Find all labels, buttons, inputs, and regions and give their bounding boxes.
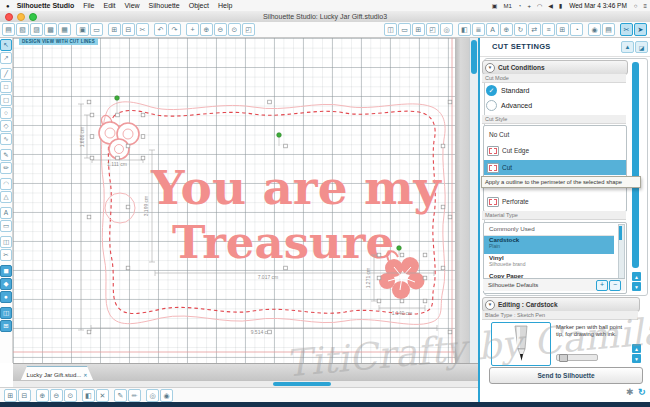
- panel-scrollbar[interactable]: [632, 62, 639, 268]
- freehand-tool-icon[interactable]: ✎: [0, 149, 12, 161]
- collapse-editing-icon[interactable]: ▼: [485, 300, 495, 310]
- line-tool-2-icon[interactable]: ✏: [128, 389, 141, 402]
- grid-toggle-icon[interactable]: ⊞: [0, 320, 12, 332]
- polygon-tool-icon[interactable]: ◇: [0, 120, 12, 132]
- zoom-out-2-icon[interactable]: ⊖: [50, 389, 63, 402]
- design-text-line2[interactable]: Treasure: [172, 216, 394, 269]
- note-tool-icon[interactable]: ▭: [0, 220, 12, 232]
- library-icon[interactable]: ▩: [44, 23, 57, 36]
- close-tab-icon[interactable]: ✕: [83, 372, 87, 378]
- replicate-icon[interactable]: ⊞: [556, 23, 569, 36]
- editing-scroll-up-icon[interactable]: ▲: [632, 344, 641, 353]
- scissors-icon[interactable]: ✂: [136, 23, 149, 36]
- stamp-tool-icon[interactable]: ◆: [0, 278, 12, 290]
- save-icon[interactable]: ▦: [58, 23, 71, 36]
- apple-menu-icon[interactable]: ●: [6, 3, 10, 9]
- rotate-icon[interactable]: ↻: [514, 23, 527, 36]
- offset-2-icon[interactable]: ◎: [146, 389, 159, 402]
- mat-preview-icon[interactable]: ◫: [0, 307, 12, 319]
- transform-icon[interactable]: ⊕: [500, 23, 513, 36]
- notification-center-icon[interactable]: ≡: [643, 3, 647, 9]
- ellipse-tool-icon[interactable]: ○: [0, 107, 12, 119]
- spotlight-icon[interactable]: ○: [634, 3, 638, 9]
- scroll-down-icon[interactable]: ▼: [632, 282, 641, 291]
- sphere-tool-icon[interactable]: ●: [0, 291, 12, 303]
- page-setup-icon[interactable]: ▭: [398, 23, 411, 36]
- zoom-in-icon[interactable]: ⊕: [200, 23, 213, 36]
- collapse-panel-button[interactable]: ▲: [621, 41, 634, 53]
- zoom-select-icon[interactable]: ⊙: [228, 23, 241, 36]
- cut-style-perforate[interactable]: Perforate: [484, 194, 626, 209]
- radio-advanced[interactable]: Advanced: [486, 100, 532, 111]
- line-style-icon[interactable]: ≣: [472, 23, 485, 36]
- print-icon[interactable]: ▣: [76, 23, 89, 36]
- eraser-tool-icon[interactable]: ◫: [0, 236, 12, 248]
- offset-panel-icon[interactable]: ◎: [440, 23, 453, 36]
- pin-panel-button[interactable]: ◪: [635, 41, 648, 53]
- cut-style-cut[interactable]: Cut: [484, 160, 626, 175]
- delete-icon[interactable]: ✕: [96, 389, 109, 402]
- knife-tool-icon[interactable]: ✂: [0, 249, 12, 261]
- redo-icon[interactable]: ↷: [168, 23, 181, 36]
- duplicate-icon[interactable]: ◧: [82, 389, 95, 402]
- editing-scroll-down-icon[interactable]: ▼: [632, 354, 641, 363]
- reg-marks-icon[interactable]: ◰: [426, 23, 439, 36]
- scroll-up-icon[interactable]: ▲: [632, 272, 641, 281]
- trace-icon[interactable]: ◉: [588, 23, 601, 36]
- text-tool-icon[interactable]: A: [0, 207, 12, 219]
- menu-object[interactable]: Object: [189, 2, 209, 9]
- cut-conditions-header[interactable]: ▼ Cut Conditions: [482, 60, 628, 75]
- editing-section-header[interactable]: ▼ Editing : Cardstock: [482, 297, 640, 312]
- library-panel-icon[interactable]: ▤: [602, 23, 615, 36]
- cut-style-cut-edge[interactable]: Cut Edge: [484, 143, 626, 158]
- scale-icon[interactable]: ⇄: [528, 23, 541, 36]
- material-list-scrollbar[interactable]: [618, 224, 625, 286]
- send-to-silhouette-icon[interactable]: ➤: [634, 23, 647, 36]
- menu-clock[interactable]: Wed Mar 4 3:46 PM: [569, 2, 627, 9]
- open-icon[interactable]: ▧: [16, 23, 29, 36]
- rectangle-tool-icon[interactable]: □: [0, 81, 12, 93]
- menu-view[interactable]: View: [125, 2, 140, 9]
- text-style-icon[interactable]: A: [486, 23, 499, 36]
- smooth-freehand-tool-icon[interactable]: ✏: [0, 162, 12, 174]
- app-menu[interactable]: Silhouette Studio: [17, 2, 75, 9]
- menu-silhouette[interactable]: Silhouette: [149, 2, 180, 9]
- deselect-all-icon[interactable]: ⊟: [18, 389, 31, 402]
- document-tools-icon[interactable]: ◫: [384, 23, 397, 36]
- cut-style-no-cut[interactable]: No Cut: [484, 127, 626, 142]
- arc-tool-icon[interactable]: ◠: [0, 178, 12, 190]
- menu-edit[interactable]: Edit: [103, 2, 115, 9]
- menu-file[interactable]: File: [83, 2, 94, 9]
- canvas-horizontal-scrollbar[interactable]: [13, 380, 478, 387]
- remove-material-button[interactable]: −: [609, 280, 621, 291]
- trace-2-icon[interactable]: ◉: [160, 389, 173, 402]
- shadow-tool-icon[interactable]: ◼: [0, 265, 12, 277]
- m1-status-icon[interactable]: M1: [504, 3, 512, 9]
- copy-icon[interactable]: ⊞: [108, 23, 121, 36]
- add-material-button[interactable]: +: [596, 280, 608, 291]
- paste-icon[interactable]: ⊟: [122, 23, 135, 36]
- fit-page-icon[interactable]: ◰: [242, 23, 255, 36]
- modify-icon[interactable]: ◔: [570, 23, 583, 36]
- volume-icon[interactable]: ◀: [548, 2, 553, 9]
- fill-color-icon[interactable]: ◧: [458, 23, 471, 36]
- fill-tool-icon[interactable]: ✎: [114, 389, 127, 402]
- regular-polygon-tool-icon[interactable]: △: [0, 191, 12, 203]
- cut-mat-icon[interactable]: ▭: [90, 23, 103, 36]
- canvas-vertical-scrollbar[interactable]: [469, 38, 478, 363]
- align-icon[interactable]: ≡: [542, 23, 555, 36]
- time-machine-icon[interactable]: ◔: [518, 3, 522, 9]
- zoom-selection-icon[interactable]: ⊙: [64, 389, 77, 402]
- material-vinyl[interactable]: Vinyl Silhouette brand: [484, 254, 614, 272]
- undo-icon[interactable]: ↶: [154, 23, 167, 36]
- battery-icon[interactable]: ▮: [559, 2, 562, 9]
- circle-ornament[interactable]: [105, 193, 135, 223]
- design-canvas[interactable]: You are my Treasure 1.111 cm 1.686 cm 3.…: [13, 38, 478, 363]
- zoom-out-icon[interactable]: ⊖: [214, 23, 227, 36]
- select-all-icon[interactable]: ⊞: [4, 389, 17, 402]
- zoom-in-2-icon[interactable]: ⊕: [36, 389, 49, 402]
- select-tool-icon[interactable]: ↖: [0, 39, 12, 51]
- cut-settings-icon[interactable]: ✂: [620, 23, 633, 36]
- wifi-icon[interactable]: ◠: [537, 2, 542, 9]
- open-recent-icon[interactable]: ▨: [30, 23, 43, 36]
